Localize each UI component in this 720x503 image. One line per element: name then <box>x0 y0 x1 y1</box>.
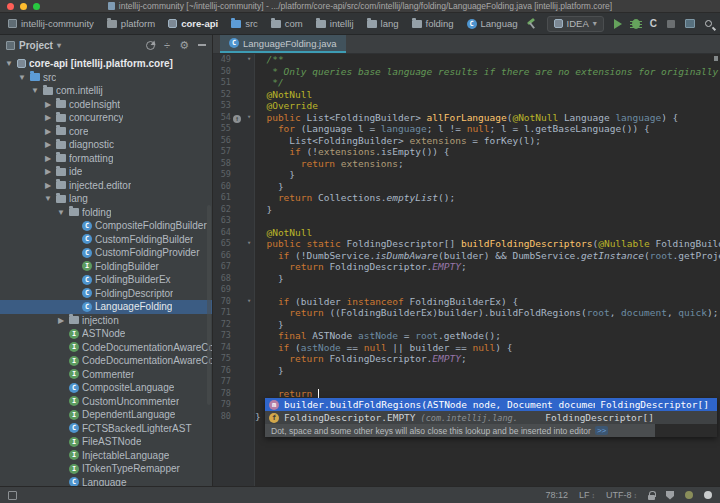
stop-icon[interactable] <box>667 20 675 28</box>
breadcrumb-item-intellij-community[interactable]: intellij-community <box>8 18 94 29</box>
tree-item-concurrency[interactable]: ▶concurrency <box>0 111 212 125</box>
tree-item-injectablelanguage[interactable]: IInjectableLanguage <box>0 449 212 463</box>
tree-item-compositefoldingbuilder[interactable]: CCompositeFoldingBuilder <box>0 219 212 233</box>
tree-item-fileastnode[interactable]: IFileASTNode <box>0 435 212 449</box>
code-line[interactable]: 60 } <box>213 181 720 193</box>
tree-item-commenter[interactable]: ICommenter <box>0 368 212 382</box>
code-line[interactable]: 49▾ /** <box>213 54 720 66</box>
chevron-right-icon[interactable]: ▶ <box>43 167 53 176</box>
tree-item-astnode[interactable]: IASTNode <box>0 327 212 341</box>
tree-item-customfoldingbuilder[interactable]: CCustomFoldingBuilder <box>0 233 212 247</box>
code-line[interactable]: 70▾ if (builder instanceof FoldingBuilde… <box>213 296 720 308</box>
tool-window-switcher-icon[interactable] <box>8 491 17 500</box>
code-line[interactable]: 66 if (!DumbService.isDumbAware(builder)… <box>213 250 720 262</box>
debug-bug-icon[interactable] <box>632 19 640 29</box>
tree-item-folding[interactable]: ▼folding <box>0 206 212 220</box>
tree-item-codedocumentationawareco[interactable]: ICodeDocumentationAwareCo <box>0 354 212 368</box>
tree-item-core-api[interactable]: ▼core-api [intellij.platform.core] <box>0 57 212 71</box>
code-editor[interactable]: 49▾ /**50 * Only queries base language r… <box>213 54 720 486</box>
tree-item-com.intellij[interactable]: ▼com.intellij <box>0 84 212 98</box>
fold-marker[interactable]: ▾ <box>243 112 255 124</box>
code-line[interactable]: 63 <box>213 215 720 227</box>
tree-item-src[interactable]: ▼src <box>0 71 212 85</box>
tree-item-dependentlanguage[interactable]: IDependentLanguage <box>0 408 212 422</box>
breadcrumb-item-lang[interactable]: lang <box>367 18 399 29</box>
code-line[interactable]: 77 <box>213 376 720 388</box>
tree-scrollbar[interactable] <box>207 205 211 405</box>
tree-item-customuncommenter[interactable]: ICustomUncommenter <box>0 395 212 409</box>
chevron-down-icon[interactable]: ▼ <box>56 208 66 217</box>
encoding-select[interactable]: UTF-8↕ <box>606 490 637 500</box>
tree-item-diagnostic[interactable]: ▶diagnostic <box>0 138 212 152</box>
zoom-window-button[interactable] <box>33 3 40 10</box>
chevron-right-icon[interactable]: ▶ <box>43 181 53 190</box>
editor-tab-languagefolding[interactable]: C LanguageFolding.java <box>220 35 346 53</box>
sync-icon[interactable] <box>146 41 155 50</box>
code-line[interactable]: 56 List<FoldingBuilder> extensions = for… <box>213 135 720 147</box>
breadcrumb-item-src[interactable]: src <box>231 18 258 29</box>
breadcrumb-item-folding[interactable]: folding <box>412 18 454 29</box>
chevron-down-icon[interactable]: ▼ <box>30 86 40 95</box>
collapse-all-icon[interactable]: ÷ <box>164 40 170 51</box>
fold-marker[interactable]: ▾ <box>243 238 255 250</box>
tree-item-foldingbuilderex[interactable]: CFoldingBuilderEx <box>0 273 212 287</box>
tree-item-foldingbuilder[interactable]: IFoldingBuilder <box>0 260 212 274</box>
code-line[interactable]: 54↑▾ public List<FoldingBuilder> allForL… <box>213 112 720 124</box>
code-line[interactable]: 65▾ public static FoldingDescriptor[] bu… <box>213 238 720 250</box>
inspections-shield-icon[interactable] <box>666 491 674 500</box>
code-line[interactable]: 74 if (astNode == null || builder == nul… <box>213 342 720 354</box>
notifications-icon[interactable] <box>704 491 712 499</box>
tree-item-fctsbackedlighterast[interactable]: CFCTSBackedLighterAST <box>0 422 212 436</box>
tree-item-injection[interactable]: ▶injection <box>0 314 212 328</box>
run-configuration-select[interactable]: IDEA ▾ <box>547 16 604 32</box>
breadcrumb-item-platform[interactable]: platform <box>107 18 155 29</box>
tree-item-language[interactable]: CLanguage <box>0 476 212 487</box>
chevron-down-icon[interactable]: ▼ <box>4 59 14 68</box>
scrollbar-marker[interactable] <box>714 56 718 61</box>
code-line[interactable]: 62 } <box>213 204 720 216</box>
project-structure-icon[interactable] <box>685 19 695 28</box>
override-method-icon[interactable]: ↑ <box>233 115 241 123</box>
fold-marker[interactable]: ▾ <box>243 54 255 66</box>
code-line[interactable]: 52 @NotNull <box>213 89 720 101</box>
code-line[interactable]: 71 return ((FoldingBuilderEx)builder).bu… <box>213 307 720 319</box>
code-line[interactable]: 68 } <box>213 273 720 285</box>
code-line[interactable]: 67 return FoldingDescriptor.EMPTY; <box>213 261 720 273</box>
chevron-right-icon[interactable]: ▶ <box>43 113 53 122</box>
code-line[interactable]: 69 <box>213 284 720 296</box>
chevron-down-icon[interactable]: ▼ <box>43 194 53 203</box>
code-line[interactable]: 73 final ASTNode astNode = root.getNode(… <box>213 330 720 342</box>
breadcrumb-item-languagefolding[interactable]: CLanguageFolding <box>467 18 518 29</box>
tree-item-ide[interactable]: ▶ide <box>0 165 212 179</box>
gear-icon[interactable]: ⚙ <box>179 40 189 51</box>
search-icon[interactable] <box>705 20 712 27</box>
completion-item[interactable]: mbuilder.buildFoldRegions(ASTNode node, … <box>265 398 717 411</box>
code-line[interactable]: 53 @Override <box>213 100 720 112</box>
chevron-right-icon[interactable]: ▶ <box>43 140 53 149</box>
code-line[interactable]: 50 * Only queries base language results … <box>213 66 720 78</box>
hide-panel-icon[interactable] <box>198 44 206 46</box>
tree-item-customfoldingprovider[interactable]: CCustomFoldingProvider <box>0 246 212 260</box>
breadcrumb-item-core-api[interactable]: core-api <box>168 18 218 29</box>
code-line[interactable]: 58 return extensions; <box>213 158 720 170</box>
code-line[interactable]: 72 } <box>213 319 720 331</box>
chevron-right-icon[interactable]: ▶ <box>43 127 53 136</box>
coverage-icon[interactable]: C <box>650 19 657 29</box>
code-line[interactable]: 76 } <box>213 365 720 377</box>
close-window-button[interactable] <box>7 3 14 10</box>
project-panel-title-dropdown[interactable]: Project ▾ <box>6 40 61 51</box>
code-line[interactable]: 55 for (Language l = language; l != null… <box>213 123 720 135</box>
completion-item[interactable]: fFoldingDescriptor.EMPTY (com.intellij.l… <box>265 411 717 424</box>
tree-item-compositelanguage[interactable]: CCompositeLanguage <box>0 381 212 395</box>
chevron-right-icon[interactable]: ▶ <box>56 316 66 325</box>
code-line[interactable]: 61 return Collections.emptyList(); <box>213 192 720 204</box>
run-icon[interactable] <box>614 19 622 29</box>
tree-item-foldingdescriptor[interactable]: CFoldingDescriptor <box>0 287 212 301</box>
code-line[interactable]: 51 */ <box>213 77 720 89</box>
lock-icon[interactable] <box>648 495 655 500</box>
line-separator-select[interactable]: LF↕ <box>579 490 595 500</box>
tree-item-itokentyperemapper[interactable]: IITokenTypeRemapper <box>0 462 212 476</box>
code-line[interactable]: 57 if (!extensions.isEmpty()) { <box>213 146 720 158</box>
tree-item-languagefolding[interactable]: CLanguageFolding <box>0 300 212 314</box>
minimize-window-button[interactable] <box>20 3 27 10</box>
